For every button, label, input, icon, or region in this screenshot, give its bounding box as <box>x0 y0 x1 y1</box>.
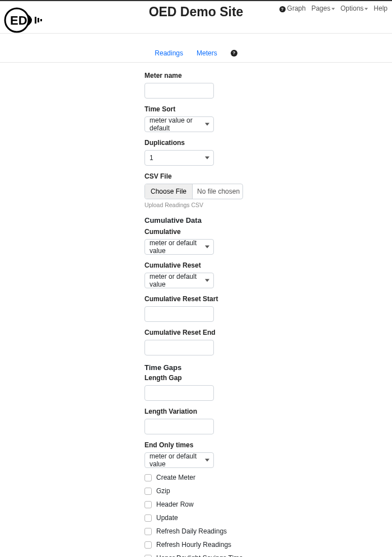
chevron-down-icon <box>332 8 335 10</box>
update-checkbox[interactable] <box>144 514 152 522</box>
meter-name-input[interactable] <box>144 83 214 99</box>
cumulative-reset-label: Cumulative Reset <box>144 261 357 269</box>
refresh-daily-label: Refresh Daily Readings <box>156 527 227 535</box>
length-variation-label: Length Variation <box>144 408 357 415</box>
svg-rect-4 <box>40 19 42 21</box>
honor-dst-label: Honor Daylight Savings Time <box>156 554 243 557</box>
end-only-select[interactable]: meter or default value <box>144 452 214 468</box>
cumulative-reset-end-label: Cumulative Reset End <box>144 329 357 336</box>
duplications-label: Duplications <box>144 139 357 147</box>
file-chosen-text: No file chosen <box>193 184 242 199</box>
gzip-label: Gzip <box>156 487 170 495</box>
update-label: Update <box>156 514 178 522</box>
create-meter-label: Create Meter <box>156 474 195 481</box>
cumulative-reset-end-input[interactable] <box>144 340 214 355</box>
cumulative-reset-start-input[interactable] <box>144 306 214 322</box>
nav-links: ?Graph Pages Options Help <box>279 4 388 12</box>
cumulative-data-header: Cumulative Data <box>144 216 357 224</box>
cumulative-select[interactable]: meter or default value <box>144 239 214 255</box>
csv-file-label: CSV File <box>144 172 357 180</box>
create-meter-checkbox[interactable] <box>144 474 152 481</box>
time-gaps-header: Time Gaps <box>144 363 357 372</box>
refresh-hourly-checkbox[interactable] <box>144 541 152 549</box>
meter-name-label: Meter name <box>144 72 357 79</box>
time-sort-select[interactable]: meter value or default <box>144 116 214 132</box>
help-icon[interactable]: ? <box>231 50 237 57</box>
length-variation-input[interactable] <box>144 419 214 434</box>
cumulative-reset-select[interactable]: meter or default value <box>144 273 214 288</box>
oed-logo: ED <box>3 7 48 35</box>
honor-dst-checkbox[interactable] <box>144 555 152 558</box>
svg-rect-2 <box>35 17 36 24</box>
duplications-select[interactable]: 1 <box>144 150 214 166</box>
svg-text:ED: ED <box>10 13 27 27</box>
nav-graph[interactable]: ?Graph <box>279 4 306 12</box>
cumulative-label: Cumulative <box>144 228 357 236</box>
header-row-label: Header Row <box>156 500 194 508</box>
site-title: OED Demo Site <box>149 4 244 20</box>
header-row-checkbox[interactable] <box>144 501 152 508</box>
top-bar: ED OED Demo Site ?Graph Pages Options He… <box>0 0 392 34</box>
gzip-checkbox[interactable] <box>144 488 152 495</box>
nav-options[interactable]: Options <box>340 4 368 12</box>
length-gap-label: Length Gap <box>144 374 357 382</box>
refresh-daily-checkbox[interactable] <box>144 528 152 535</box>
tab-readings[interactable]: Readings <box>155 49 183 57</box>
chevron-down-icon <box>365 8 368 10</box>
refresh-hourly-label: Refresh Hourly Readings <box>156 541 231 549</box>
tab-row: Readings Meters ? <box>0 44 392 63</box>
tab-meters[interactable]: Meters <box>197 49 217 57</box>
end-only-label: End Only times <box>144 441 357 449</box>
help-icon: ? <box>279 6 286 12</box>
cumulative-reset-start-label: Cumulative Reset Start <box>144 295 357 303</box>
nav-help[interactable]: Help <box>374 4 388 12</box>
time-sort-label: Time Sort <box>144 105 357 113</box>
choose-file-button[interactable]: Choose File <box>145 184 193 199</box>
svg-rect-3 <box>38 18 39 22</box>
length-gap-input[interactable] <box>144 385 214 401</box>
nav-pages[interactable]: Pages <box>311 4 335 12</box>
csv-file-input[interactable]: Choose File No file chosen <box>144 184 243 199</box>
upload-hint: Upload Readings CSV <box>144 202 357 208</box>
readings-form: Meter name Time Sort meter value or defa… <box>144 72 357 557</box>
